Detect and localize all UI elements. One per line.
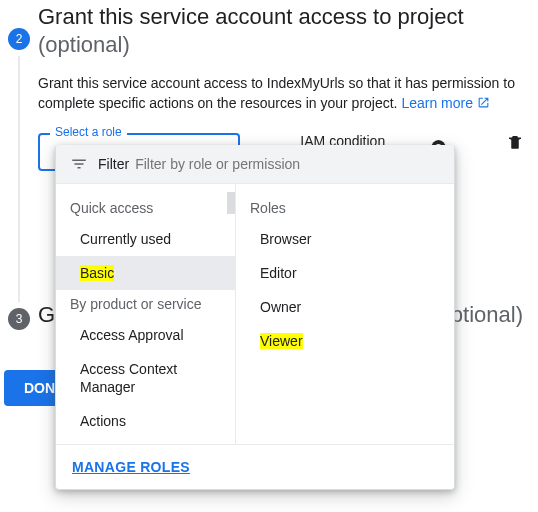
quick-access-header: Quick access (56, 194, 235, 222)
step-3-title: G (38, 302, 55, 328)
step-2-badge: 2 (8, 28, 30, 50)
trash-icon (506, 133, 524, 151)
step-2-optional: (optional) (38, 32, 130, 57)
by-product-header: By product or service (56, 290, 235, 318)
highlight: Viewer (260, 333, 303, 349)
category-currently-used[interactable]: Currently used (56, 222, 235, 256)
manage-roles-link[interactable]: MANAGE ROLES (72, 459, 190, 475)
step-2-title-text: Grant this service account access to pro… (38, 4, 464, 29)
scrollbar-thumb[interactable] (227, 192, 235, 214)
highlight: Basic (80, 265, 114, 281)
category-actions[interactable]: Actions (56, 404, 235, 438)
role-owner[interactable]: Owner (236, 290, 454, 324)
open-in-new-icon (477, 96, 490, 109)
filter-label: Filter (98, 156, 129, 172)
select-role-label: Select a role (50, 125, 127, 139)
role-list-column: Roles Browser Editor Owner Viewer (236, 184, 454, 444)
step-2-title: Grant this service account access to pro… (38, 3, 524, 59)
filter-icon (70, 155, 88, 173)
role-filter-input[interactable] (133, 155, 440, 173)
role-picker-panel: Filter Quick access Currently used Basic… (55, 145, 455, 490)
step-connector-line (18, 56, 20, 302)
role-browser[interactable]: Browser (236, 222, 454, 256)
step-3-optional: ptional) (451, 302, 523, 328)
role-viewer[interactable]: Viewer (236, 324, 454, 358)
delete-role-button[interactable] (506, 133, 524, 154)
role-filter-bar[interactable]: Filter (56, 145, 454, 184)
step-2-description: Grant this service account access to Ind… (38, 73, 524, 113)
category-basic[interactable]: Basic (56, 256, 235, 290)
category-access-approval[interactable]: Access Approval (56, 318, 235, 352)
role-editor[interactable]: Editor (236, 256, 454, 290)
step-3-badge: 3 (8, 308, 30, 330)
category-access-context-manager[interactable]: Access Context Manager (56, 352, 235, 404)
learn-more-link[interactable]: Learn more (401, 95, 489, 111)
role-category-column: Quick access Currently used Basic By pro… (56, 184, 236, 444)
roles-header: Roles (236, 194, 454, 222)
